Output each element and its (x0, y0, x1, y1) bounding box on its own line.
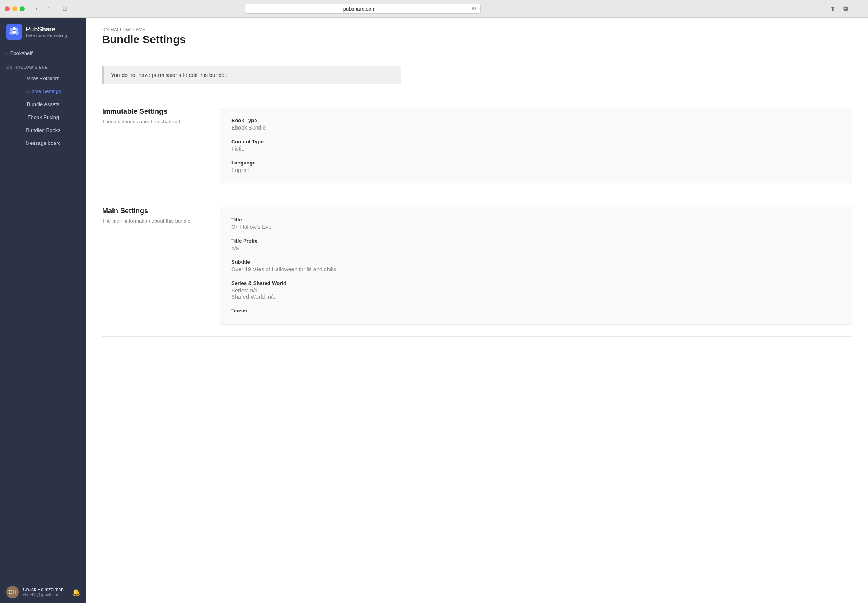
title-value: On Hallow's Eve (231, 224, 841, 230)
sidebar-item-bundled-books[interactable]: Bundled Books (0, 124, 86, 137)
content-type-field: Content Type Fiction (231, 139, 841, 152)
svg-point-6 (12, 31, 16, 34)
chevron-left-icon: ‹ (6, 51, 8, 56)
reader-view-button[interactable]: ⊡ (59, 3, 70, 14)
page-title: Bundle Settings (102, 33, 852, 46)
page-header: ON HALLOW'S EVE Bundle Settings (86, 18, 868, 54)
pubshare-logo (6, 24, 22, 40)
app-container: PubShare Beta Book Publishing ‹ Bookshel… (0, 18, 868, 603)
sidebar-header: PubShare Beta Book Publishing (0, 18, 86, 46)
teaser-label: Teaser (231, 308, 841, 314)
permission-text: You do not have permissions to edit this… (111, 72, 227, 78)
book-type-field: Book Type Ebook Bundle (231, 117, 841, 131)
sidebar-brand: PubShare Beta Book Publishing (26, 26, 67, 38)
notification-button[interactable]: 🔔 (72, 588, 80, 596)
immutable-settings-section: Immutable Settings These settings cannot… (102, 96, 852, 195)
main-section-subtitle: The main information about this bundle. (102, 217, 204, 225)
series-field: Series & Shared World Series: n/aShared … (231, 280, 841, 300)
user-email: chuckh@gmail.com (23, 592, 68, 597)
address-bar[interactable]: pubshare.com ↻ (245, 4, 481, 14)
series-label: Series & Shared World (231, 280, 841, 286)
sidebar-item-ebook-pricing[interactable]: Ebook Pricing (0, 111, 86, 124)
svg-point-1 (10, 28, 13, 31)
reload-button[interactable]: ↻ (472, 5, 476, 12)
permission-banner: You do not have permissions to edit this… (102, 66, 401, 84)
fullscreen-button[interactable] (20, 6, 25, 11)
title-field: Title On Hallow's Eve (231, 217, 841, 230)
tabs-button[interactable]: ⧉ (840, 3, 851, 14)
sidebar-footer: CH Chuck Heintzelman chuckh@gmail.com 🔔 (0, 581, 86, 603)
sidebar-item-bundle-settings[interactable]: Bundle Settings (0, 85, 86, 98)
main-section-description: Main Settings The main information about… (102, 207, 204, 325)
subtitle-value: Over 19 tales of Halloween thrills and c… (231, 266, 841, 272)
book-type-label: Book Type (231, 117, 841, 123)
series-value: Series: n/aShared World: n/a (231, 287, 841, 300)
subtitle-label: Subtitle (231, 259, 841, 265)
forward-button[interactable]: › (44, 3, 55, 14)
immutable-section-description: Immutable Settings These settings cannot… (102, 108, 204, 183)
sidebar: PubShare Beta Book Publishing ‹ Bookshel… (0, 18, 86, 603)
title-label: Title (231, 217, 841, 223)
sidebar-item-bundle-assets[interactable]: Bundle Assets (0, 98, 86, 111)
immutable-section-title: Immutable Settings (102, 108, 204, 116)
avatar-initials: CH (9, 589, 16, 595)
minimize-button[interactable] (12, 6, 17, 11)
browser-actions: ⬆ ⧉ ⋯ (827, 3, 863, 14)
sidebar-user-info: Chuck Heintzelman chuckh@gmail.com (23, 587, 68, 597)
page-super-title: ON HALLOW'S EVE (102, 27, 852, 32)
immutable-settings-card: Book Type Ebook Bundle Content Type Fict… (220, 108, 852, 183)
svg-point-3 (15, 28, 18, 31)
svg-point-5 (13, 27, 16, 30)
page-body: You do not have permissions to edit this… (86, 54, 868, 349)
browser-chrome: ‹ › ⊡ pubshare.com ↻ ⬆ ⧉ ⋯ (0, 0, 868, 18)
avatar: CH (6, 586, 19, 598)
sidebar-nav: View Retailers Bundle Settings Bundle As… (0, 72, 86, 150)
sidebar-bookshelf-link[interactable]: ‹ Bookshelf (0, 46, 86, 60)
brand-sub: Beta Book Publishing (26, 33, 67, 38)
nav-buttons: ‹ › (31, 3, 55, 14)
title-prefix-value: n/a (231, 245, 841, 251)
content-type-label: Content Type (231, 139, 841, 144)
url-text: pubshare.com (249, 6, 469, 12)
close-button[interactable] (5, 6, 10, 11)
back-button[interactable]: ‹ (31, 3, 42, 14)
share-button[interactable]: ⬆ (827, 3, 838, 14)
sidebar-item-message-board[interactable]: Message board (0, 137, 86, 150)
title-prefix-label: Title Prefix (231, 238, 841, 244)
main-settings-section: Main Settings The main information about… (102, 195, 852, 337)
user-name: Chuck Heintzelman (23, 587, 68, 592)
extensions-button[interactable]: ⋯ (852, 3, 863, 14)
title-prefix-field: Title Prefix n/a (231, 238, 841, 251)
immutable-section-subtitle: These settings cannot be changed. (102, 118, 204, 125)
language-value: English (231, 167, 841, 173)
main-section-title: Main Settings (102, 207, 204, 215)
main-settings-card: Title On Hallow's Eve Title Prefix n/a S… (220, 207, 852, 325)
sidebar-section-title: ON HALLOW'S EVE (0, 60, 86, 72)
content-type-value: Fiction (231, 146, 841, 152)
teaser-field: Teaser (231, 308, 841, 314)
traffic-lights (5, 6, 25, 11)
language-field: Language English (231, 160, 841, 173)
language-label: Language (231, 160, 841, 166)
sidebar-item-view-retailers[interactable]: View Retailers (0, 72, 86, 85)
book-type-value: Ebook Bundle (231, 124, 841, 131)
main-content: ON HALLOW'S EVE Bundle Settings You do n… (86, 18, 868, 603)
bookshelf-label: Bookshelf (10, 50, 33, 56)
subtitle-field: Subtitle Over 19 tales of Halloween thri… (231, 259, 841, 272)
brand-name: PubShare (26, 26, 67, 33)
